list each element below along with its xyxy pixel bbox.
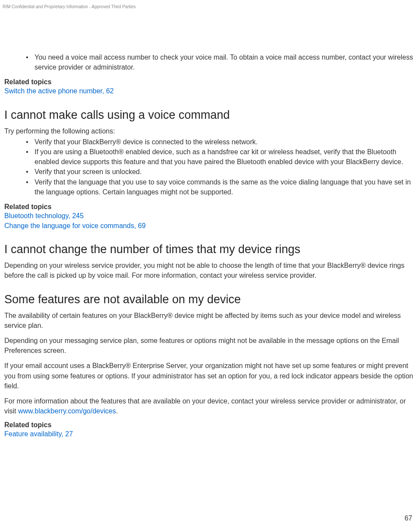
list-item: If you are using a Bluetooth® enabled de…	[26, 147, 416, 167]
list-item: Verify that your screen is unlocked.	[26, 167, 416, 177]
related-link-bluetooth[interactable]: Bluetooth technology, 245	[4, 211, 416, 221]
bullet-list-0: You need a voice mail access number to c…	[4, 52, 416, 72]
paragraph: Depending on your messaging service plan…	[4, 336, 416, 355]
paragraph: Depending on your wireless service provi…	[4, 260, 416, 280]
list-item: Verify that your BlackBerry® device is c…	[26, 137, 416, 147]
paragraph: If your email account uses a BlackBerry®…	[4, 361, 416, 391]
related-topics-label: Related topics	[4, 203, 416, 211]
related-topics-label: Related topics	[4, 421, 416, 429]
heading-voice-command: I cannot make calls using a voice comman…	[4, 108, 416, 122]
paragraph-text: .	[116, 407, 117, 415]
intro-text: Try performing the following actions:	[4, 126, 416, 136]
list-item: Verify that the language that you use to…	[26, 177, 416, 197]
related-link-feature-availability[interactable]: Feature availability, 27	[4, 429, 416, 439]
list-item: You need a voice mail access number to c…	[26, 52, 416, 72]
page-content: You need a voice mail access number to c…	[0, 9, 420, 439]
heading-device-rings: I cannot change the number of times that…	[4, 243, 416, 256]
page-number: 67	[404, 514, 412, 522]
paragraph: The availability of certain features on …	[4, 311, 416, 330]
related-topics-label: Related topics	[4, 78, 416, 86]
confidential-header: RIM Confidential and Proprietary Informa…	[0, 0, 420, 9]
paragraph: For more information about the features …	[4, 396, 416, 416]
related-link-switch-phone[interactable]: Switch the active phone number, 62	[4, 86, 416, 96]
related-link-voice-language[interactable]: Change the language for voice commands, …	[4, 221, 416, 231]
heading-features-unavailable: Some features are not available on my de…	[4, 293, 416, 306]
bullet-list-1: Verify that your BlackBerry® device is c…	[4, 137, 416, 197]
link-blackberry-devices[interactable]: www.blackberry.com/go/devices	[18, 407, 116, 415]
